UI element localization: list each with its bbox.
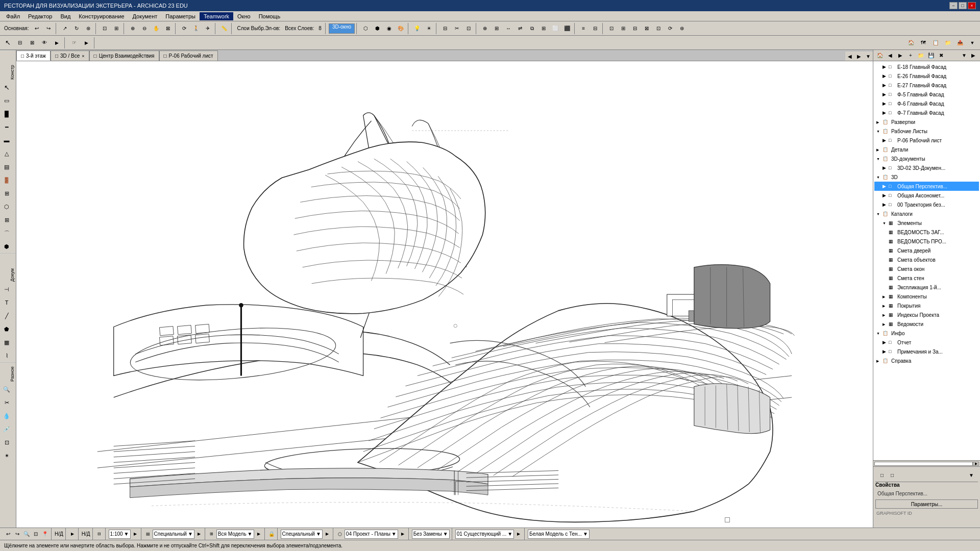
tree-f5[interactable]: ▶ □ Ф-5 Главный Фасад xyxy=(874,90,979,99)
rp-add-btn[interactable]: + xyxy=(906,51,915,60)
fly-btn[interactable]: ✈ xyxy=(202,23,213,34)
orbit-btn[interactable]: ⟳ xyxy=(179,23,190,34)
menu-construct[interactable]: Конструирование xyxy=(75,12,128,20)
rp-back-btn[interactable]: ◀ xyxy=(886,51,895,60)
tree-expl1[interactable]: ▦ Экспликация 1-й... xyxy=(874,283,979,292)
bt-layer-btn[interactable]: ▤ xyxy=(144,531,152,538)
tree-e27[interactable]: ▶ □ Е-27 Главный Фасад xyxy=(874,81,979,90)
menu-params[interactable]: Параметры xyxy=(161,12,200,20)
tool-text[interactable]: T xyxy=(0,296,13,309)
tab-menu-btn[interactable]: ▼ xyxy=(864,52,873,61)
tool-zoom[interactable]: 🔍 xyxy=(0,383,13,396)
close-button[interactable]: × xyxy=(968,2,976,9)
rp-delete-btn[interactable]: ✖ xyxy=(937,51,946,60)
distribute-btn[interactable]: ⊟ xyxy=(590,23,601,34)
bt-project-plans[interactable]: 04 Проект - Планы ▼ xyxy=(345,530,398,539)
bt-special2-btn[interactable]: ▶ xyxy=(324,531,331,538)
cut-btn[interactable]: ✂ xyxy=(451,23,462,34)
tree-info[interactable]: 📋 Инфо xyxy=(874,329,979,338)
tree-detali[interactable]: 📋 Детали xyxy=(874,145,979,154)
tree-f7[interactable]: ▶ □ Ф-7 Главный Фасад xyxy=(874,108,979,117)
rotate-btn[interactable]: ↻ xyxy=(71,23,82,34)
sun-btn[interactable]: ☀ xyxy=(423,23,434,34)
rp-forward-btn[interactable]: ▶ xyxy=(896,51,905,60)
magic-wand-btn[interactable]: ⊛ xyxy=(83,23,94,34)
tab-3d-all[interactable]: □ 3D / Все × xyxy=(51,51,89,61)
tb2-hand-btn[interactable]: ☞ xyxy=(68,37,80,48)
tb2-select-arrow[interactable]: ↖ xyxy=(2,37,13,48)
tool-beam[interactable]: ━ xyxy=(0,120,13,134)
zoom-out-btn[interactable]: ⊖ xyxy=(139,23,150,34)
tool-wall[interactable]: ▭ xyxy=(0,94,13,107)
tree-elementy[interactable]: ▦ Элементы xyxy=(874,218,979,228)
fit-btn[interactable]: ⊠ xyxy=(162,23,174,34)
restore-button[interactable]: □ xyxy=(959,2,967,9)
tool-morph[interactable]: ⬢ xyxy=(0,240,13,253)
bt-cursor[interactable]: 📍 xyxy=(41,530,49,538)
copy-btn[interactable]: ⧉ xyxy=(526,23,537,34)
bt-special-btn[interactable]: ▶ xyxy=(195,531,203,538)
tree-3d02[interactable]: ▶ □ 3D-02 3D-Докумен... xyxy=(874,163,979,172)
tb2-arr-btn[interactable]: ▶ xyxy=(51,37,62,48)
tool-spline[interactable]: ⌇ xyxy=(0,349,13,362)
zoom-in-btn[interactable]: ⊕ xyxy=(127,23,138,34)
nav4-btn[interactable]: ⊠ xyxy=(641,23,652,34)
nav5-btn[interactable]: ⊡ xyxy=(653,23,664,34)
tree-r06[interactable]: ▶ □ Р-06 Рабочий лист xyxy=(874,136,979,145)
tree-obsh-persp[interactable]: ▶ □ Общая Перспектив... xyxy=(874,182,979,191)
menu-file[interactable]: Файл xyxy=(2,12,24,20)
tool-hatch[interactable]: ▦ xyxy=(0,336,13,349)
section-btn[interactable]: ⊟ xyxy=(439,23,451,34)
tool-line[interactable]: ╱ xyxy=(0,309,13,322)
tb2-eye-btn[interactable]: 👁 xyxy=(39,37,50,48)
tool-shell[interactable]: ⌒ xyxy=(0,227,13,240)
rp-settings-btn[interactable]: ▼ xyxy=(960,51,969,60)
resize-btn[interactable]: ⊞ xyxy=(491,23,502,34)
tool-poly[interactable]: ⬟ xyxy=(0,322,13,336)
bt-scale-btn[interactable]: ▶ xyxy=(132,531,139,538)
tb2-right-btn5[interactable]: 📤 xyxy=(954,37,966,48)
bt-model-btn[interactable]: ▶ xyxy=(255,531,262,538)
bt-grid-icon[interactable]: ⊟ xyxy=(96,531,103,538)
bt-model-icon[interactable]: ⊞ xyxy=(208,531,215,538)
nav1-btn[interactable]: ⊡ xyxy=(606,23,617,34)
bt-white-model[interactable]: Белая Модель с Тен... ▼ xyxy=(528,530,590,539)
minimize-button[interactable]: − xyxy=(949,2,958,9)
undo-btn[interactable]: ↩ xyxy=(31,23,42,34)
tree-ved-pro[interactable]: ▦ ВЕДОМОСТЬ ПРО... xyxy=(874,237,979,246)
menu-document[interactable]: Документ xyxy=(129,12,162,20)
bt-special2[interactable]: Специальный ▼ xyxy=(281,530,323,539)
redo-btn[interactable]: ↪ xyxy=(43,23,54,34)
tb2-right-btn4[interactable]: 📁 xyxy=(942,37,953,48)
tree-prim[interactable]: ▶ □ Примечания и За... xyxy=(874,347,979,356)
tool-window[interactable]: ⊞ xyxy=(0,187,13,200)
tab-nav-right[interactable]: ▶ xyxy=(854,52,864,61)
tool-floor[interactable]: ▬ xyxy=(0,134,13,147)
bt-existing-btn[interactable]: ▶ xyxy=(515,531,522,538)
bt-bez-zameny[interactable]: Без Замены ▼ xyxy=(412,530,450,539)
tb2-right-btn1[interactable]: 🏠 xyxy=(905,37,917,48)
tb2-right-btn2[interactable]: 🗺 xyxy=(918,37,929,48)
tree-spravka[interactable]: 📋 Справка xyxy=(874,356,979,365)
bt-scale[interactable]: 1:100 ▼ xyxy=(109,530,131,539)
tool-object[interactable]: ⬡ xyxy=(0,200,13,213)
light-btn[interactable]: 💡 xyxy=(411,23,423,34)
tool-star[interactable]: ✴ xyxy=(0,449,13,462)
tool-cut[interactable]: ✂ xyxy=(0,396,13,409)
tool-inject[interactable]: 💉 xyxy=(0,422,13,436)
bt-undo[interactable]: ↩ xyxy=(4,530,12,538)
tree-otchet[interactable]: ▶ □ Отчет xyxy=(874,338,979,347)
tab-nav-left[interactable]: ◀ xyxy=(845,52,854,61)
tree-komponenty[interactable]: ▦ Компоненты xyxy=(874,292,979,301)
grid-btn[interactable]: ⊞ xyxy=(111,23,122,34)
tree-traj[interactable]: ▶ □ 00 Траектория без... xyxy=(874,200,979,209)
nav3-btn[interactable]: ⊟ xyxy=(629,23,641,34)
rp-save-btn[interactable]: 💾 xyxy=(926,51,936,60)
menu-editor[interactable]: Редактор xyxy=(24,12,56,20)
tool-door[interactable]: 🚪 xyxy=(0,173,13,187)
tool-dim[interactable]: ⊣ xyxy=(0,283,13,296)
tool-mesh[interactable]: ⊞ xyxy=(0,213,13,227)
rp-home-btn[interactable]: 🏠 xyxy=(875,51,885,60)
props-expand[interactable]: ▼ xyxy=(967,471,976,480)
floor-btn[interactable]: ⊡ xyxy=(463,23,474,34)
